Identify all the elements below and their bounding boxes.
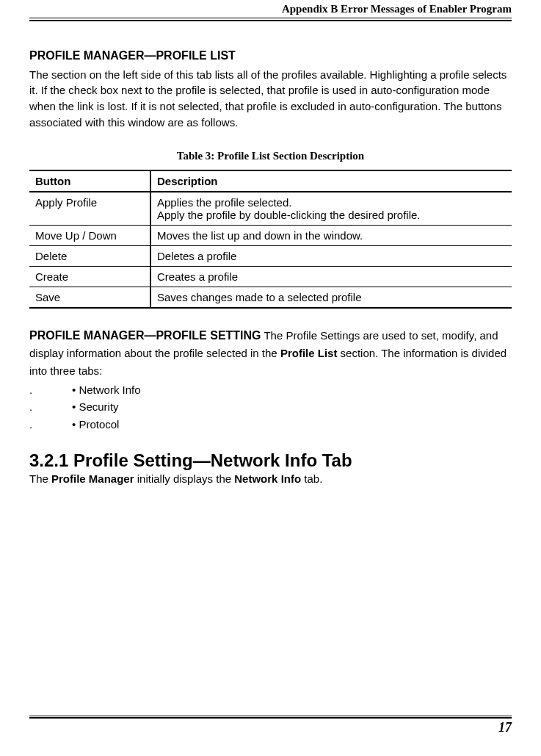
para3-text: initially displays the (134, 472, 235, 485)
table-row: Delete Deletes a profile (29, 245, 512, 266)
h2-profile-setting-network-info: 3.2.1 Profile Setting—Network Info Tab (29, 450, 512, 471)
header-rule-thin (29, 18, 512, 18)
bullet-dot: . (29, 416, 38, 433)
table-caption: Table 3: Profile List Section Descriptio… (29, 150, 512, 162)
table-row: Apply Profile Applies the profile select… (29, 192, 512, 226)
bullet-row: .• Security (29, 398, 512, 415)
section1-heading: PROFILE MANAGER—PROFILE LIST (29, 49, 512, 62)
cell-description: Applies the profile selected. Apply the … (150, 192, 512, 226)
table-header-row: Button Description (29, 170, 512, 192)
bullet-dot: . (29, 398, 38, 415)
para3-bold-network-info: Network Info (234, 472, 301, 485)
cell-description-line: Apply the profile by double-clicking the… (157, 209, 421, 221)
cell-button: Move Up / Down (29, 225, 150, 245)
cell-button: Apply Profile (29, 192, 150, 226)
profile-list-table: Button Description Apply Profile Applies… (29, 170, 512, 309)
bullet-row: .• Protocol (29, 416, 512, 433)
bullet-text: • Security (72, 398, 119, 415)
section2-bold-profile-list: Profile List (280, 347, 338, 359)
cell-description: Deletes a profile (150, 245, 512, 266)
page-number: 17 (29, 720, 512, 735)
section2-bullets: .• Network Info .• Security .• Protocol (29, 381, 512, 433)
cell-button: Save (29, 287, 150, 308)
bullet-text: • Network Info (72, 381, 141, 398)
table-head-description: Description (150, 170, 512, 192)
content-area: PROFILE MANAGER—PROFILE LIST The section… (29, 21, 512, 487)
section2-inline-heading: PROFILE MANAGER—PROFILE SETTING (29, 329, 261, 342)
page-footer: 17 (29, 716, 512, 736)
table-row: Create Creates a profile (29, 266, 512, 287)
cell-button: Delete (29, 245, 150, 266)
section1-body: The section on the left side of this tab… (29, 67, 512, 131)
cell-description: Creates a profile (150, 266, 512, 287)
bullet-text: • Protocol (72, 416, 119, 433)
bullet-row: .• Network Info (29, 381, 512, 398)
table-row: Save Saves changes made to a selected pr… (29, 287, 512, 308)
cell-description-line: Applies the profile selected. (157, 196, 291, 209)
footer-rule-thick (29, 717, 512, 719)
cell-description: Saves changes made to a selected profile (150, 287, 512, 308)
cell-description: Moves the list up and down in the window… (150, 225, 512, 245)
table-row: Move Up / Down Moves the list up and dow… (29, 225, 512, 245)
section2-paragraph: PROFILE MANAGER—PROFILE SETTING The Prof… (29, 326, 512, 433)
footer-rule-thin (29, 716, 512, 716)
running-header: Appendix B Error Messages of Enabler Pro… (29, 0, 512, 18)
cell-button: Create (29, 266, 150, 287)
bullet-dot: . (29, 381, 38, 398)
para3: The Profile Manager initially displays t… (29, 471, 512, 487)
para3-text: tab. (301, 472, 322, 485)
table-head-button: Button (29, 170, 150, 192)
para3-text: The (29, 472, 51, 485)
para3-bold-profile-manager: Profile Manager (51, 472, 134, 485)
